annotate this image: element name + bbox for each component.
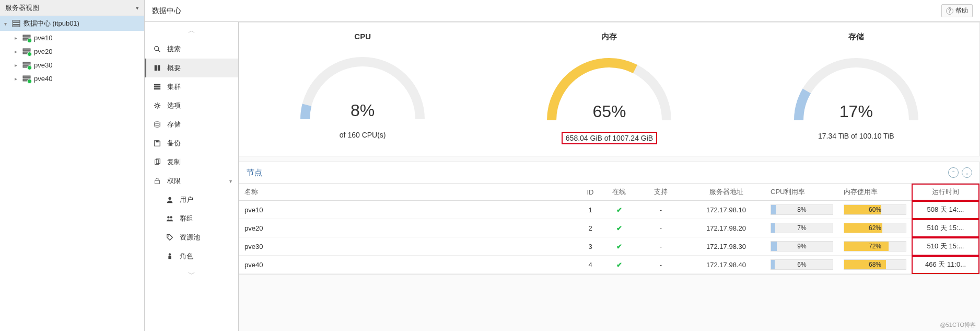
svg-rect-13 — [154, 84, 160, 86]
svg-point-24 — [170, 216, 172, 218]
submenu-item-group[interactable]: 群组 — [145, 209, 238, 228]
svg-point-23 — [167, 216, 169, 218]
expand-icon: ▸ — [15, 62, 21, 68]
collapse-down-icon[interactable]: ﹀ — [145, 266, 238, 283]
help-button[interactable]: ? 帮助 — [941, 4, 973, 17]
table-row[interactable]: pve20 2 ✔ - 172.17.98.20 7% 62% 510 天 15… — [239, 219, 979, 237]
submenu-label: 角色 — [180, 252, 193, 261]
save-icon — [153, 140, 162, 147]
panel-collapse-down-icon[interactable]: ⌄ — [962, 167, 972, 178]
cell-cpu: 8% — [765, 201, 838, 219]
col-addr[interactable]: 服务器地址 — [687, 184, 765, 201]
check-icon: ✔ — [616, 243, 622, 250]
expand-icon: ▸ — [15, 49, 21, 54]
tree-node-server[interactable]: ▸ pve20 — [0, 44, 144, 58]
server-icon — [22, 74, 31, 83]
svg-rect-3 — [23, 35, 30, 37]
submenu-item-book[interactable]: 概要 — [145, 59, 238, 77]
table-row[interactable]: pve40 4 ✔ - 172.17.98.40 6% 68% 466 天 11… — [239, 256, 979, 274]
submenu-item-tag[interactable]: 资源池 — [145, 228, 238, 247]
cell-support: - — [635, 237, 687, 256]
tree-panel: 服务器视图 ▾ ▾ 数据中心 (itpub01) ▸ pve10▸ pve20▸ — [0, 0, 145, 331]
submenu-label: 概要 — [167, 63, 181, 73]
submenu-label: 存储 — [167, 120, 181, 129]
svg-rect-0 — [13, 20, 20, 22]
gauge-chart: 65% — [536, 47, 682, 125]
table-row[interactable]: pve10 1 ✔ - 172.17.98.10 8% 60% 508 天 14… — [239, 201, 979, 219]
svg-point-26 — [169, 253, 171, 255]
svg-point-17 — [155, 122, 160, 124]
cell-id: 4 — [577, 256, 603, 274]
cell-support: - — [635, 256, 687, 274]
tree-node-label: pve30 — [34, 61, 52, 69]
gauge-chart: 17% — [783, 47, 929, 125]
col-mem[interactable]: 内存使用率 — [838, 184, 912, 201]
panel-collapse-up-icon[interactable]: ⌃ — [948, 167, 959, 178]
table-row[interactable]: pve30 3 ✔ - 172.17.98.30 9% 72% 510 天 15… — [239, 237, 979, 256]
svg-point-16 — [156, 104, 158, 107]
submenu-item-storage[interactable]: 存储 — [145, 115, 238, 134]
submenu-item-user[interactable]: 用户 — [145, 190, 238, 209]
svg-rect-15 — [154, 88, 160, 90]
check-icon: ✔ — [616, 206, 622, 214]
svg-rect-2 — [13, 25, 20, 27]
collapse-up-icon[interactable]: ︿ — [145, 22, 238, 40]
svg-rect-9 — [23, 76, 30, 78]
gauge-subtitle: 658.04 GiB of 1007.24 GiB — [562, 132, 657, 144]
svg-line-12 — [158, 50, 160, 52]
search-icon — [153, 45, 162, 53]
view-selector[interactable]: 服务器视图 ▾ — [0, 0, 144, 16]
col-id[interactable]: ID — [577, 184, 603, 201]
submenu-item-copy[interactable]: 复制 — [145, 153, 238, 172]
tree-node-server[interactable]: ▸ pve30 — [0, 58, 144, 72]
cell-name: pve40 — [239, 256, 577, 274]
submenu-item-lock[interactable]: 权限 ▾ — [145, 172, 238, 190]
cell-addr: 172.17.98.30 — [687, 237, 765, 256]
svg-rect-27 — [168, 256, 171, 259]
tag-icon — [165, 234, 174, 241]
help-label: 帮助 — [955, 6, 968, 15]
server-icon — [22, 47, 31, 55]
collapse-icon: ▾ — [4, 21, 10, 27]
gauge-card: 内存 65% 658.04 GiB of 1007.24 GiB — [486, 22, 732, 156]
cell-support: - — [635, 219, 687, 237]
cell-online: ✔ — [603, 256, 635, 274]
svg-point-22 — [168, 197, 171, 200]
main-content: CPU 8% of 160 CPU(s) 内存 65% 658.04 GiB o… — [239, 22, 980, 331]
chevron-down-icon: ▾ — [136, 5, 139, 12]
cell-addr: 172.17.98.40 — [687, 256, 765, 274]
submenu-label: 选项 — [167, 101, 181, 110]
gauge-chart: 8% — [289, 46, 436, 124]
tree-node-server[interactable]: ▸ pve40 — [0, 72, 144, 85]
submenu-item-role[interactable]: 角色 — [145, 247, 238, 266]
expand-icon: ▸ — [15, 76, 21, 82]
svg-point-11 — [155, 47, 159, 51]
tree-body: ▾ 数据中心 (itpub01) ▸ pve10▸ pve20▸ pve30▸ — [0, 16, 144, 331]
col-online[interactable]: 在线 — [603, 184, 635, 201]
submenu-item-cluster[interactable]: 集群 — [145, 77, 238, 96]
cell-mem: 72% — [838, 237, 912, 256]
col-name[interactable]: 名称 — [239, 184, 577, 201]
tree-node-server[interactable]: ▸ pve10 — [0, 31, 144, 44]
submenu-item-save[interactable]: 备份 — [145, 134, 238, 153]
watermark: @51CTO博客 — [940, 321, 976, 329]
nodes-table: 名称 ID 在线 支持 服务器地址 CPU利用率 内存使用率 运行时间 pve1… — [239, 184, 979, 274]
view-selector-label: 服务器视图 — [5, 3, 39, 13]
cell-cpu: 7% — [765, 219, 838, 237]
gauge-title: 存储 — [738, 32, 974, 42]
submenu-item-gear[interactable]: 选项 — [145, 96, 238, 115]
gauge-percent: 8% — [289, 101, 436, 120]
col-uptime[interactable]: 运行时间 — [912, 184, 979, 201]
tree-node-datacenter[interactable]: ▾ 数据中心 (itpub01) — [0, 16, 144, 31]
col-support[interactable]: 支持 — [635, 184, 687, 201]
svg-rect-21 — [155, 180, 160, 184]
check-icon: ✔ — [616, 224, 622, 232]
submenu-item-search[interactable]: 搜索 — [145, 40, 238, 59]
cell-mem: 62% — [838, 219, 912, 237]
col-cpu[interactable]: CPU利用率 — [765, 184, 838, 201]
submenu-label: 资源池 — [180, 233, 200, 242]
cell-uptime: 510 天 15:... — [912, 237, 979, 256]
submenu: ︿ 搜索 概要 集群 选项 存储 备份 复制 权限 ▾ 用户 群组 资源池 角色… — [145, 22, 239, 331]
gauge-card: 存储 17% 17.34 TiB of 100.10 TiB — [733, 22, 979, 156]
gauge-percent: 17% — [783, 102, 929, 121]
